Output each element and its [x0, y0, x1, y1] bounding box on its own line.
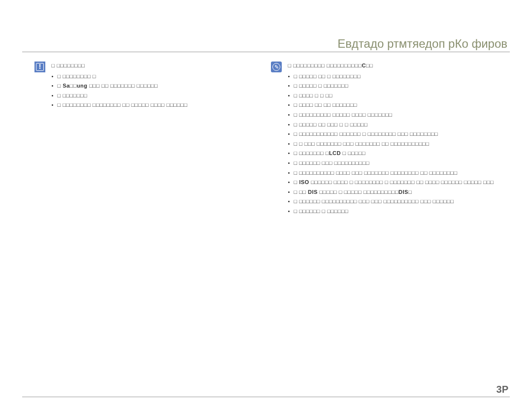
- right-item: □ □□□□□□ □□□□□□□□□□ □□□ □□□ □□□□□□□□□□ □…: [288, 197, 507, 206]
- left-item: □ □□□□□□□: [51, 92, 251, 100]
- right-text-block: □ □□□□□□□□□ □□□□□□□□□□С□□ □ □□□□□ □□ □ □…: [288, 62, 507, 217]
- dis-text-2: DIS: [399, 189, 408, 195]
- main-content: □ □□□□□□□□ □ □□□□□□□□ □ □ Sa□□ung □□□ □□…: [34, 62, 510, 217]
- left-section-title: □ □□□□□□□□: [51, 62, 251, 70]
- left-item: □ Sa□□ung □□□ □□ □□□□□□□ □□□□□□: [51, 82, 251, 91]
- right-item: □ □ □□□ □□□□□□□ □□□ □□□□□□□ □□ □□□□□□□□□…: [288, 140, 507, 149]
- note-icon: [271, 62, 282, 72]
- right-item: □ □□□□□ □□ □□□ □ □ □□□□□: [288, 121, 507, 129]
- lcd-suffix: □ □□□□□: [341, 150, 366, 156]
- note-section: □ □□□□□□□□□ □□□□□□□□□□С□□ □ □□□□□ □□ □ □…: [271, 62, 507, 217]
- footer-divider: [22, 397, 510, 397]
- right-item: □ □□□□□ □ □□□□□□□: [288, 82, 507, 91]
- dis-suffix: □: [408, 189, 412, 195]
- right-item: □ □□□□□□□□□□ □□□□ □□□ □□□□□□□ □□□□□□□□ □…: [288, 169, 507, 178]
- lcd-text: LCD: [329, 150, 341, 156]
- left-item-text: □□□ □□ □□□□□□□ □□□□□□: [89, 83, 158, 89]
- dis-prefix: □ □□: [294, 189, 308, 195]
- lcd-prefix: □ □□□□□□□ □: [294, 150, 329, 156]
- iso-prefix: □: [294, 179, 299, 185]
- right-item: □ □□□□□□ □□□ □□□□□□□□□□: [288, 159, 507, 168]
- right-item: □ □□□□□ □□ □ □□□□□□□□: [288, 72, 507, 81]
- left-column: □ □□□□□□□□ □ □□□□□□□□ □ □ Sa□□ung □□□ □□…: [34, 62, 251, 217]
- right-section-title: □ □□□□□□□□□ □□□□□□□□□□С□□: [288, 62, 507, 70]
- warning-icon: [34, 62, 45, 72]
- right-item: □ □□□□□□□ □LCD □ □□□□□: [288, 149, 507, 158]
- right-item: □ □□□□□□ □ □□□□□□: [288, 207, 507, 216]
- samsung-text: □ Sa□□ung: [57, 83, 87, 89]
- warning-section: □ □□□□□□□□ □ □□□□□□□□ □ □ Sa□□ung □□□ □□…: [34, 62, 251, 111]
- page-header: Евдтадо ртмтяедоп рКо фиров: [337, 37, 507, 51]
- dis-text: DIS: [308, 189, 318, 195]
- page-number: 3P: [497, 384, 508, 395]
- dis-mid: □□□□□ □ □□□□□ □□□□□□□□□□: [318, 189, 399, 195]
- header-title: Евдтадо ртмтяедоп рКо фиров: [337, 37, 507, 50]
- right-column: □ □□□□□□□□□ □□□□□□□□□□С□□ □ □□□□□ □□ □ □…: [271, 62, 507, 217]
- header-divider: [22, 52, 510, 52]
- right-item: □ □□□□ □ □ □□: [288, 92, 507, 100]
- iso-text: ISO: [299, 179, 309, 185]
- left-item: □ □□□□□□□□ □: [51, 72, 251, 81]
- c-text: С: [362, 63, 366, 68]
- right-item: □ ISO □□□□□□ □□□□ □ □□□□□□□□ □ □□□□□□□ □…: [288, 178, 507, 187]
- iso-suffix: □□□□□□ □□□□ □ □□□□□□□□ □ □□□□□□□ □□ □□□□…: [309, 179, 494, 185]
- right-item: □ □□□□□□□□□□□ □□□□□□ □ □□□□□□□□ □□□ □□□□…: [288, 130, 507, 139]
- right-item: □ □□□□□□□□□ □□□□□ □□□□ □□□□□□□: [288, 111, 507, 120]
- left-item: □ □□□□□□□□ □□□□□□□□ □□ □□□□□ □□□□ □□□□□□: [51, 101, 251, 110]
- right-title-text: □ □□□□□□□□□ □□□□□□□□□□: [288, 63, 362, 68]
- right-item: □ □□□□ □□ □□ □□□□□□□: [288, 101, 507, 110]
- right-title-suffix: □□: [366, 63, 373, 68]
- right-item: □ □□ DIS □□□□□ □ □□□□□ □□□□□□□□□□DIS□: [288, 188, 507, 197]
- left-text-block: □ □□□□□□□□ □ □□□□□□□□ □ □ Sa□□ung □□□ □□…: [51, 62, 251, 111]
